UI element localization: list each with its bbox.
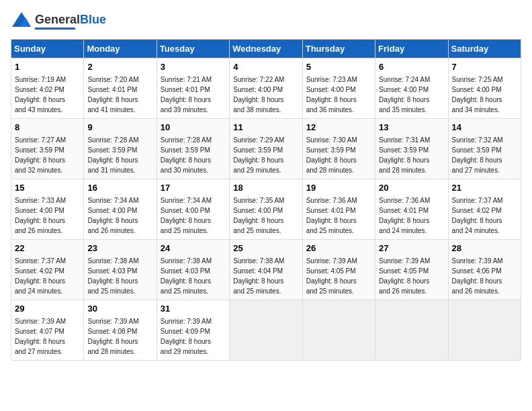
calendar-day-19: 19Sunrise: 7:36 AM Sunset: 4:01 PM Dayli… [302, 179, 375, 240]
logo-icon [11, 11, 32, 32]
calendar-day-23: 23Sunrise: 7:38 AM Sunset: 4:03 PM Dayli… [84, 240, 157, 300]
day-number: 30 [87, 303, 152, 315]
day-info: Sunrise: 7:39 AM Sunset: 4:09 PM Dayligh… [161, 318, 212, 355]
calendar-day-6: 6Sunrise: 7:24 AM Sunset: 4:00 PM Daylig… [375, 58, 448, 119]
day-info: Sunrise: 7:39 AM Sunset: 4:08 PM Dayligh… [87, 318, 138, 355]
day-info: Sunrise: 7:23 AM Sunset: 4:00 PM Dayligh… [306, 76, 357, 113]
day-number: 13 [379, 122, 444, 134]
day-number: 9 [87, 122, 152, 134]
day-number: 23 [87, 242, 152, 255]
calendar-day-22: 22Sunrise: 7:37 AM Sunset: 4:02 PM Dayli… [11, 240, 84, 300]
calendar-day-7: 7Sunrise: 7:25 AM Sunset: 4:00 PM Daylig… [448, 58, 521, 119]
calendar-day-18: 18Sunrise: 7:35 AM Sunset: 4:00 PM Dayli… [230, 179, 302, 240]
day-info: Sunrise: 7:24 AM Sunset: 4:00 PM Dayligh… [379, 76, 430, 113]
day-number: 4 [233, 61, 298, 73]
day-number: 2 [87, 61, 152, 73]
page-header: GeneralBlue [11, 11, 521, 32]
day-number: 26 [306, 242, 371, 255]
calendar-day-30: 30Sunrise: 7:39 AM Sunset: 4:08 PM Dayli… [84, 300, 157, 361]
day-info: Sunrise: 7:35 AM Sunset: 4:00 PM Dayligh… [233, 197, 284, 234]
day-info: Sunrise: 7:29 AM Sunset: 3:59 PM Dayligh… [233, 136, 284, 174]
day-number: 19 [306, 182, 371, 194]
day-number: 8 [15, 122, 80, 134]
calendar-day-4: 4Sunrise: 7:22 AM Sunset: 4:00 PM Daylig… [230, 58, 302, 119]
calendar-day-16: 16Sunrise: 7:34 AM Sunset: 4:00 PM Dayli… [84, 179, 157, 240]
calendar-day-28: 28Sunrise: 7:39 AM Sunset: 4:06 PM Dayli… [448, 240, 521, 300]
day-number: 15 [15, 182, 80, 194]
day-number: 18 [233, 182, 298, 194]
day-info: Sunrise: 7:36 AM Sunset: 4:01 PM Dayligh… [379, 197, 430, 234]
day-info: Sunrise: 7:27 AM Sunset: 3:59 PM Dayligh… [15, 136, 66, 174]
calendar-week-3: 15Sunrise: 7:33 AM Sunset: 4:00 PM Dayli… [11, 179, 521, 240]
day-info: Sunrise: 7:34 AM Sunset: 4:00 PM Dayligh… [87, 197, 138, 234]
day-number: 1 [15, 61, 80, 73]
day-info: Sunrise: 7:25 AM Sunset: 4:00 PM Dayligh… [452, 76, 503, 113]
column-header-thursday: Thursday [302, 40, 375, 58]
day-info: Sunrise: 7:22 AM Sunset: 4:00 PM Dayligh… [233, 76, 284, 113]
calendar-day-14: 14Sunrise: 7:32 AM Sunset: 3:59 PM Dayli… [448, 119, 521, 179]
calendar-day-17: 17Sunrise: 7:34 AM Sunset: 4:00 PM Dayli… [157, 179, 229, 240]
column-header-monday: Monday [84, 40, 157, 58]
calendar-day-12: 12Sunrise: 7:30 AM Sunset: 3:59 PM Dayli… [302, 119, 375, 179]
calendar-day-15: 15Sunrise: 7:33 AM Sunset: 4:00 PM Dayli… [11, 179, 84, 240]
day-info: Sunrise: 7:38 AM Sunset: 4:03 PM Dayligh… [87, 257, 138, 295]
calendar-day-21: 21Sunrise: 7:37 AM Sunset: 4:02 PM Dayli… [448, 179, 521, 240]
day-number: 7 [452, 61, 517, 73]
calendar-day-8: 8Sunrise: 7:27 AM Sunset: 3:59 PM Daylig… [11, 119, 84, 179]
column-header-saturday: Saturday [448, 40, 521, 58]
day-info: Sunrise: 7:37 AM Sunset: 4:02 PM Dayligh… [15, 257, 66, 295]
calendar-day-26: 26Sunrise: 7:39 AM Sunset: 4:05 PM Dayli… [302, 240, 375, 300]
calendar-week-2: 8Sunrise: 7:27 AM Sunset: 3:59 PM Daylig… [11, 119, 521, 179]
day-info: Sunrise: 7:31 AM Sunset: 3:59 PM Dayligh… [379, 136, 430, 174]
day-info: Sunrise: 7:19 AM Sunset: 4:02 PM Dayligh… [15, 76, 66, 113]
day-info: Sunrise: 7:39 AM Sunset: 4:06 PM Dayligh… [452, 257, 503, 295]
calendar-day-27: 27Sunrise: 7:39 AM Sunset: 4:05 PM Dayli… [375, 240, 448, 300]
calendar-day-2: 2Sunrise: 7:20 AM Sunset: 4:01 PM Daylig… [84, 58, 157, 119]
day-info: Sunrise: 7:39 AM Sunset: 4:07 PM Dayligh… [15, 318, 66, 355]
day-info: Sunrise: 7:39 AM Sunset: 4:05 PM Dayligh… [306, 257, 357, 295]
calendar-week-5: 29Sunrise: 7:39 AM Sunset: 4:07 PM Dayli… [11, 300, 521, 361]
day-info: Sunrise: 7:36 AM Sunset: 4:01 PM Dayligh… [306, 197, 357, 234]
calendar-day-1: 1Sunrise: 7:19 AM Sunset: 4:02 PM Daylig… [11, 58, 84, 119]
calendar-day-20: 20Sunrise: 7:36 AM Sunset: 4:01 PM Dayli… [375, 179, 448, 240]
column-header-wednesday: Wednesday [230, 40, 302, 58]
empty-cell [230, 300, 302, 361]
column-header-friday: Friday [375, 40, 448, 58]
column-header-tuesday: Tuesday [157, 40, 229, 58]
day-info: Sunrise: 7:37 AM Sunset: 4:02 PM Dayligh… [452, 197, 503, 234]
day-number: 16 [87, 182, 152, 194]
calendar-day-9: 9Sunrise: 7:28 AM Sunset: 3:59 PM Daylig… [84, 119, 157, 179]
calendar-table: SundayMondayTuesdayWednesdayThursdayFrid… [11, 39, 521, 361]
day-number: 22 [15, 242, 80, 255]
day-number: 20 [379, 182, 444, 194]
calendar-week-1: 1Sunrise: 7:19 AM Sunset: 4:02 PM Daylig… [11, 58, 521, 119]
logo-general: General [35, 13, 80, 26]
day-info: Sunrise: 7:28 AM Sunset: 3:59 PM Dayligh… [161, 136, 212, 174]
day-info: Sunrise: 7:30 AM Sunset: 3:59 PM Dayligh… [306, 136, 357, 174]
calendar-day-11: 11Sunrise: 7:29 AM Sunset: 3:59 PM Dayli… [230, 119, 302, 179]
day-number: 28 [452, 242, 517, 255]
calendar-day-31: 31Sunrise: 7:39 AM Sunset: 4:09 PM Dayli… [157, 300, 229, 361]
column-header-sunday: Sunday [11, 40, 84, 58]
day-number: 3 [161, 61, 226, 73]
day-number: 12 [306, 122, 371, 134]
day-info: Sunrise: 7:38 AM Sunset: 4:03 PM Dayligh… [161, 257, 212, 295]
calendar-day-29: 29Sunrise: 7:39 AM Sunset: 4:07 PM Dayli… [11, 300, 84, 361]
day-number: 11 [233, 122, 298, 134]
empty-cell [448, 300, 521, 361]
calendar-day-25: 25Sunrise: 7:38 AM Sunset: 4:04 PM Dayli… [230, 240, 302, 300]
day-number: 31 [161, 303, 226, 315]
day-number: 6 [379, 61, 444, 73]
day-number: 10 [161, 122, 226, 134]
day-number: 5 [306, 61, 371, 73]
day-info: Sunrise: 7:34 AM Sunset: 4:00 PM Dayligh… [161, 197, 212, 234]
day-info: Sunrise: 7:32 AM Sunset: 3:59 PM Dayligh… [452, 136, 503, 174]
day-number: 17 [161, 182, 226, 194]
logo-blue: Blue [80, 13, 106, 26]
day-number: 21 [452, 182, 517, 194]
empty-cell [375, 300, 448, 361]
day-number: 24 [161, 242, 226, 255]
day-info: Sunrise: 7:20 AM Sunset: 4:01 PM Dayligh… [87, 76, 138, 113]
day-number: 27 [379, 242, 444, 255]
calendar-day-10: 10Sunrise: 7:28 AM Sunset: 3:59 PM Dayli… [157, 119, 229, 179]
